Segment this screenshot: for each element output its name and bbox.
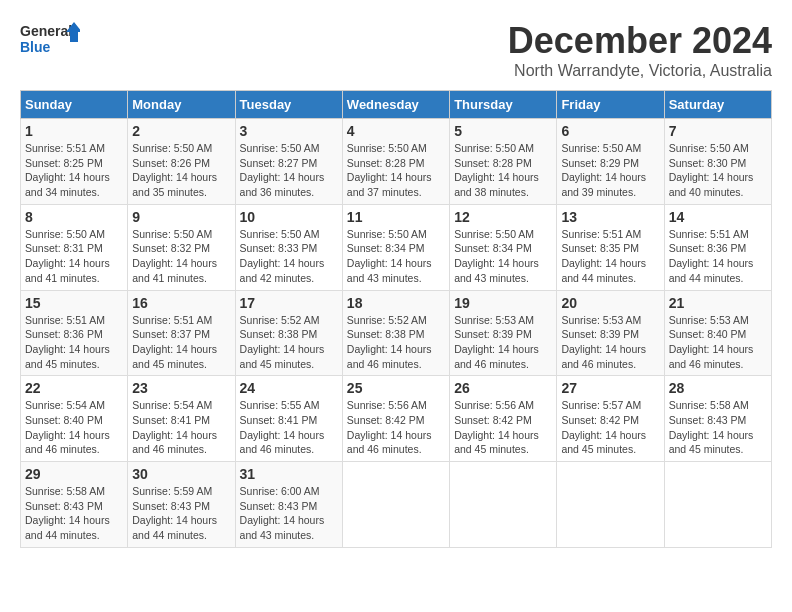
day-info-7: Sunrise: 5:50 AM Sunset: 8:30 PM Dayligh… [669, 141, 767, 200]
header-friday: Friday [557, 91, 664, 119]
location-subtitle: North Warrandyte, Victoria, Australia [508, 62, 772, 80]
day-number-28: 28 [669, 380, 767, 396]
day-cell-4: 4Sunrise: 5:50 AM Sunset: 8:28 PM Daylig… [342, 119, 449, 205]
day-cell-23: 23Sunrise: 5:54 AM Sunset: 8:41 PM Dayli… [128, 376, 235, 462]
day-number-22: 22 [25, 380, 123, 396]
day-number-1: 1 [25, 123, 123, 139]
header-row: SundayMondayTuesdayWednesdayThursdayFrid… [21, 91, 772, 119]
day-cell-18: 18Sunrise: 5:52 AM Sunset: 8:38 PM Dayli… [342, 290, 449, 376]
day-info-9: Sunrise: 5:50 AM Sunset: 8:32 PM Dayligh… [132, 227, 230, 286]
day-number-20: 20 [561, 295, 659, 311]
day-info-16: Sunrise: 5:51 AM Sunset: 8:37 PM Dayligh… [132, 313, 230, 372]
day-number-6: 6 [561, 123, 659, 139]
day-cell-21: 21Sunrise: 5:53 AM Sunset: 8:40 PM Dayli… [664, 290, 771, 376]
week-row-2: 8Sunrise: 5:50 AM Sunset: 8:31 PM Daylig… [21, 204, 772, 290]
day-number-15: 15 [25, 295, 123, 311]
day-info-17: Sunrise: 5:52 AM Sunset: 8:38 PM Dayligh… [240, 313, 338, 372]
day-info-6: Sunrise: 5:50 AM Sunset: 8:29 PM Dayligh… [561, 141, 659, 200]
day-info-3: Sunrise: 5:50 AM Sunset: 8:27 PM Dayligh… [240, 141, 338, 200]
day-info-15: Sunrise: 5:51 AM Sunset: 8:36 PM Dayligh… [25, 313, 123, 372]
day-cell-12: 12Sunrise: 5:50 AM Sunset: 8:34 PM Dayli… [450, 204, 557, 290]
day-cell-3: 3Sunrise: 5:50 AM Sunset: 8:27 PM Daylig… [235, 119, 342, 205]
header-thursday: Thursday [450, 91, 557, 119]
day-cell-9: 9Sunrise: 5:50 AM Sunset: 8:32 PM Daylig… [128, 204, 235, 290]
header-wednesday: Wednesday [342, 91, 449, 119]
day-info-28: Sunrise: 5:58 AM Sunset: 8:43 PM Dayligh… [669, 398, 767, 457]
day-cell-25: 25Sunrise: 5:56 AM Sunset: 8:42 PM Dayli… [342, 376, 449, 462]
day-info-14: Sunrise: 5:51 AM Sunset: 8:36 PM Dayligh… [669, 227, 767, 286]
day-number-13: 13 [561, 209, 659, 225]
day-cell-6: 6Sunrise: 5:50 AM Sunset: 8:29 PM Daylig… [557, 119, 664, 205]
empty-cell [450, 462, 557, 548]
day-cell-10: 10Sunrise: 5:50 AM Sunset: 8:33 PM Dayli… [235, 204, 342, 290]
day-cell-8: 8Sunrise: 5:50 AM Sunset: 8:31 PM Daylig… [21, 204, 128, 290]
day-info-31: Sunrise: 6:00 AM Sunset: 8:43 PM Dayligh… [240, 484, 338, 543]
day-info-10: Sunrise: 5:50 AM Sunset: 8:33 PM Dayligh… [240, 227, 338, 286]
day-cell-28: 28Sunrise: 5:58 AM Sunset: 8:43 PM Dayli… [664, 376, 771, 462]
day-info-30: Sunrise: 5:59 AM Sunset: 8:43 PM Dayligh… [132, 484, 230, 543]
month-title: December 2024 [508, 20, 772, 62]
day-number-14: 14 [669, 209, 767, 225]
day-number-21: 21 [669, 295, 767, 311]
day-info-1: Sunrise: 5:51 AM Sunset: 8:25 PM Dayligh… [25, 141, 123, 200]
day-number-4: 4 [347, 123, 445, 139]
day-number-17: 17 [240, 295, 338, 311]
day-number-29: 29 [25, 466, 123, 482]
day-number-16: 16 [132, 295, 230, 311]
day-info-20: Sunrise: 5:53 AM Sunset: 8:39 PM Dayligh… [561, 313, 659, 372]
week-row-5: 29Sunrise: 5:58 AM Sunset: 8:43 PM Dayli… [21, 462, 772, 548]
day-cell-17: 17Sunrise: 5:52 AM Sunset: 8:38 PM Dayli… [235, 290, 342, 376]
logo-svg: General Blue [20, 20, 80, 65]
day-number-9: 9 [132, 209, 230, 225]
day-number-25: 25 [347, 380, 445, 396]
day-number-2: 2 [132, 123, 230, 139]
day-cell-22: 22Sunrise: 5:54 AM Sunset: 8:40 PM Dayli… [21, 376, 128, 462]
title-block: December 2024 North Warrandyte, Victoria… [508, 20, 772, 80]
day-info-24: Sunrise: 5:55 AM Sunset: 8:41 PM Dayligh… [240, 398, 338, 457]
day-cell-5: 5Sunrise: 5:50 AM Sunset: 8:28 PM Daylig… [450, 119, 557, 205]
day-number-3: 3 [240, 123, 338, 139]
day-cell-11: 11Sunrise: 5:50 AM Sunset: 8:34 PM Dayli… [342, 204, 449, 290]
logo: General Blue [20, 20, 80, 65]
week-row-3: 15Sunrise: 5:51 AM Sunset: 8:36 PM Dayli… [21, 290, 772, 376]
calendar-table: SundayMondayTuesdayWednesdayThursdayFrid… [20, 90, 772, 548]
day-number-23: 23 [132, 380, 230, 396]
svg-text:General: General [20, 23, 72, 39]
day-cell-1: 1Sunrise: 5:51 AM Sunset: 8:25 PM Daylig… [21, 119, 128, 205]
day-cell-2: 2Sunrise: 5:50 AM Sunset: 8:26 PM Daylig… [128, 119, 235, 205]
header-tuesday: Tuesday [235, 91, 342, 119]
day-number-31: 31 [240, 466, 338, 482]
day-number-18: 18 [347, 295, 445, 311]
day-number-8: 8 [25, 209, 123, 225]
header-sunday: Sunday [21, 91, 128, 119]
day-info-11: Sunrise: 5:50 AM Sunset: 8:34 PM Dayligh… [347, 227, 445, 286]
page-header: General Blue December 2024 North Warrand… [20, 20, 772, 80]
day-number-7: 7 [669, 123, 767, 139]
day-number-19: 19 [454, 295, 552, 311]
empty-cell [342, 462, 449, 548]
empty-cell [664, 462, 771, 548]
day-info-4: Sunrise: 5:50 AM Sunset: 8:28 PM Dayligh… [347, 141, 445, 200]
day-number-26: 26 [454, 380, 552, 396]
day-number-10: 10 [240, 209, 338, 225]
day-number-11: 11 [347, 209, 445, 225]
day-cell-16: 16Sunrise: 5:51 AM Sunset: 8:37 PM Dayli… [128, 290, 235, 376]
day-cell-15: 15Sunrise: 5:51 AM Sunset: 8:36 PM Dayli… [21, 290, 128, 376]
day-cell-31: 31Sunrise: 6:00 AM Sunset: 8:43 PM Dayli… [235, 462, 342, 548]
day-info-22: Sunrise: 5:54 AM Sunset: 8:40 PM Dayligh… [25, 398, 123, 457]
day-cell-24: 24Sunrise: 5:55 AM Sunset: 8:41 PM Dayli… [235, 376, 342, 462]
day-cell-26: 26Sunrise: 5:56 AM Sunset: 8:42 PM Dayli… [450, 376, 557, 462]
day-info-27: Sunrise: 5:57 AM Sunset: 8:42 PM Dayligh… [561, 398, 659, 457]
day-info-25: Sunrise: 5:56 AM Sunset: 8:42 PM Dayligh… [347, 398, 445, 457]
day-info-29: Sunrise: 5:58 AM Sunset: 8:43 PM Dayligh… [25, 484, 123, 543]
day-info-23: Sunrise: 5:54 AM Sunset: 8:41 PM Dayligh… [132, 398, 230, 457]
day-cell-13: 13Sunrise: 5:51 AM Sunset: 8:35 PM Dayli… [557, 204, 664, 290]
day-number-24: 24 [240, 380, 338, 396]
day-cell-20: 20Sunrise: 5:53 AM Sunset: 8:39 PM Dayli… [557, 290, 664, 376]
day-number-30: 30 [132, 466, 230, 482]
week-row-1: 1Sunrise: 5:51 AM Sunset: 8:25 PM Daylig… [21, 119, 772, 205]
day-info-12: Sunrise: 5:50 AM Sunset: 8:34 PM Dayligh… [454, 227, 552, 286]
svg-text:Blue: Blue [20, 39, 51, 55]
day-cell-30: 30Sunrise: 5:59 AM Sunset: 8:43 PM Dayli… [128, 462, 235, 548]
day-info-26: Sunrise: 5:56 AM Sunset: 8:42 PM Dayligh… [454, 398, 552, 457]
